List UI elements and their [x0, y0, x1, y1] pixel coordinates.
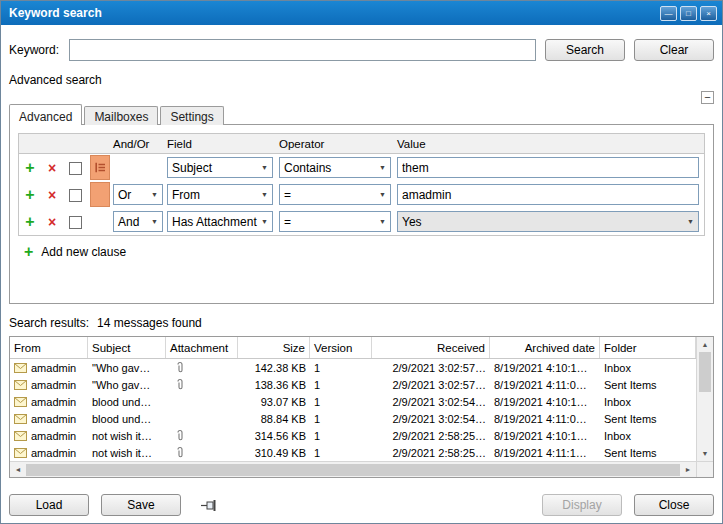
cell-subject: not wish it… — [88, 444, 166, 461]
scroll-down-icon[interactable]: ▼ — [697, 446, 713, 461]
column-header-subject[interactable]: Subject — [88, 337, 166, 358]
keyword-input[interactable] — [69, 39, 536, 61]
and-or-select[interactable]: Or▼ — [113, 184, 163, 205]
cell-size: 314.56 KB — [238, 427, 310, 444]
delete-clause-icon[interactable]: × — [48, 214, 56, 230]
operator-select[interactable]: Contains▼ — [279, 157, 391, 178]
horizontal-scrollbar[interactable]: ◄ ► — [10, 461, 713, 477]
clause-group-indicator[interactable] — [90, 155, 110, 180]
operator-select-value: Contains — [284, 161, 331, 175]
cell-version: 1 — [310, 393, 372, 410]
column-header-folder[interactable]: Folder — [600, 337, 696, 358]
field-select[interactable]: From▼ — [167, 184, 273, 205]
add-clause-icon: + — [24, 244, 33, 260]
clause-checkbox[interactable] — [69, 189, 82, 202]
clause-checkbox[interactable] — [69, 162, 82, 175]
value-input[interactable] — [397, 184, 699, 205]
column-header-received[interactable]: Received — [372, 337, 490, 358]
titlebar[interactable]: Keyword search — □ × — [1, 1, 722, 25]
advanced-search-label[interactable]: Advanced search — [9, 73, 714, 87]
field-select-value: Subject — [172, 161, 212, 175]
chevron-down-icon: ▼ — [257, 164, 272, 171]
chevron-down-icon: ▼ — [683, 218, 698, 225]
table-row[interactable]: amadmin blood und… 93.07 KB 1 2/9/2021 3… — [10, 393, 696, 410]
cell-version: 1 — [310, 427, 372, 444]
cell-archived-date: 8/19/2021 4:10:1… — [490, 393, 600, 410]
vertical-scroll-thumb[interactable] — [699, 352, 711, 392]
scroll-left-icon[interactable]: ◄ — [10, 466, 26, 473]
header-operator: Operator — [279, 138, 397, 150]
column-header-version[interactable]: Version — [310, 337, 372, 358]
operator-select[interactable]: =▼ — [279, 184, 391, 205]
cell-attachment-empty — [166, 410, 238, 427]
collapse-row: − — [9, 91, 714, 104]
maximize-button[interactable]: □ — [680, 6, 697, 21]
vertical-scrollbar[interactable]: ▲ ▼ — [696, 337, 713, 461]
operator-select-value: = — [284, 215, 291, 229]
add-clause-icon[interactable]: + — [25, 186, 34, 203]
cell-folder: Inbox — [600, 427, 696, 444]
save-button[interactable]: Save — [101, 494, 181, 516]
add-clause-icon[interactable]: + — [25, 159, 34, 176]
value-input[interactable] — [397, 157, 699, 178]
column-header-archived-date[interactable]: Archived date — [490, 337, 600, 358]
cell-size: 142.38 KB — [238, 359, 310, 376]
cell-folder: Inbox — [600, 359, 696, 376]
results-table-header: From Subject Attachment Size Version Rec… — [10, 337, 696, 359]
table-row[interactable]: amadmin blood und… 88.84 KB 1 2/9/2021 3… — [10, 410, 696, 427]
header-and-or: And/Or — [113, 138, 167, 150]
tab-mailboxes[interactable]: Mailboxes — [84, 106, 158, 125]
tab-settings[interactable]: Settings — [160, 106, 223, 125]
close-dialog-button[interactable]: Close — [634, 494, 714, 516]
results-count: 14 messages found — [97, 316, 202, 330]
operator-select[interactable]: =▼ — [279, 211, 391, 232]
tab-advanced[interactable]: Advanced — [9, 104, 82, 125]
clause-checkbox[interactable] — [69, 216, 82, 229]
cell-subject: "Who gav… — [88, 359, 166, 376]
column-header-from[interactable]: From — [10, 337, 88, 358]
cell-subject: blood und… — [88, 410, 166, 427]
horizontal-scroll-thumb[interactable] — [26, 464, 680, 476]
paperclip-icon — [176, 446, 184, 459]
chevron-down-icon: ▼ — [147, 191, 162, 198]
load-button[interactable]: Load — [9, 494, 89, 516]
search-button[interactable]: Search — [545, 39, 625, 61]
cell-size: 88.84 KB — [238, 410, 310, 427]
table-row[interactable]: amadmin not wish it… 310.49 KB 1 2/9/202… — [10, 444, 696, 461]
and-or-select-value: Or — [118, 188, 131, 202]
clear-button[interactable]: Clear — [634, 39, 714, 61]
operator-select-value: = — [284, 188, 291, 202]
and-or-select[interactable]: And▼ — [113, 211, 163, 232]
paperclip-icon — [176, 361, 184, 374]
table-row[interactable]: amadmin "Who gav… 138.36 KB 1 2/9/2021 3… — [10, 376, 696, 393]
pin-icon[interactable] — [201, 499, 219, 512]
cell-from: amadmin — [31, 430, 76, 442]
collapse-toggle-icon[interactable]: − — [701, 91, 714, 104]
clause-row: + × Subject▼ Contains▼ — [19, 154, 704, 181]
cell-size: 310.49 KB — [238, 444, 310, 461]
keyword-search-window: Keyword search — □ × Keyword: Search Cle… — [0, 0, 723, 524]
field-select[interactable]: Has Attachment▼ — [167, 211, 273, 232]
table-row[interactable]: amadmin not wish it… 314.56 KB 1 2/9/202… — [10, 427, 696, 444]
cell-received: 2/9/2021 2:58:25… — [372, 427, 490, 444]
row-selector-icon — [95, 162, 106, 173]
envelope-icon — [14, 380, 27, 390]
search-results-summary: Search results: 14 messages found — [9, 316, 714, 330]
value-select[interactable]: Yes▼ — [397, 211, 699, 232]
minimize-button[interactable]: — — [660, 6, 677, 21]
add-clause-icon[interactable]: + — [25, 213, 34, 230]
clause-group-indicator[interactable] — [90, 182, 110, 207]
scroll-right-icon[interactable]: ► — [680, 466, 696, 473]
advanced-tab-panel: And/Or Field Operator Value + × — [9, 124, 714, 304]
delete-clause-icon[interactable]: × — [48, 160, 56, 176]
table-row[interactable]: amadmin "Who gav… 142.38 KB 1 2/9/2021 3… — [10, 359, 696, 376]
field-select[interactable]: Subject▼ — [167, 157, 273, 178]
column-header-attachment[interactable]: Attachment — [166, 337, 238, 358]
delete-clause-icon[interactable]: × — [48, 187, 56, 203]
display-button[interactable]: Display — [542, 494, 622, 516]
add-new-clause[interactable]: + Add new clause — [18, 244, 705, 260]
scroll-up-icon[interactable]: ▲ — [697, 337, 713, 352]
column-header-size[interactable]: Size — [238, 337, 310, 358]
close-button[interactable]: × — [700, 6, 717, 21]
cell-version: 1 — [310, 410, 372, 427]
